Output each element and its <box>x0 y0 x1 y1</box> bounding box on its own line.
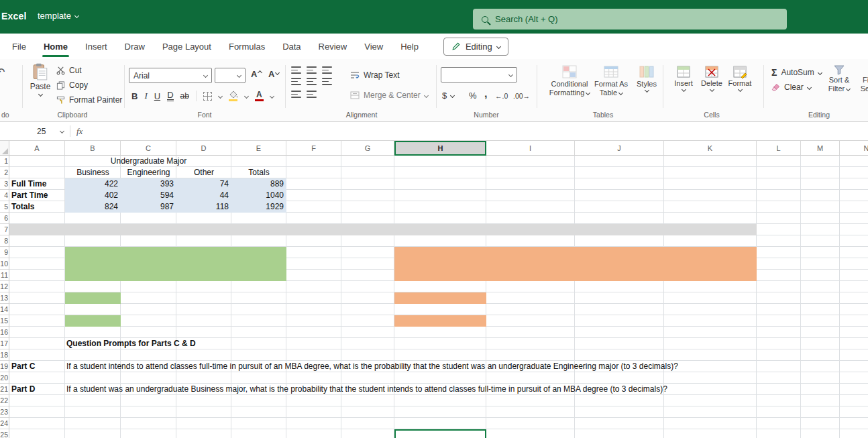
align-top-button[interactable] <box>291 66 301 74</box>
sheet-cell[interactable]: 393 <box>121 178 174 190</box>
underline-button[interactable]: U <box>154 91 160 101</box>
row-header-12[interactable]: 12 <box>0 281 9 292</box>
delete-cells-button[interactable]: Delete <box>698 64 725 91</box>
cell-part-c-text[interactable]: If a student intends to attend classes f… <box>66 361 678 372</box>
strikethrough-button[interactable]: ab <box>180 91 189 101</box>
column-header-N[interactable]: N <box>840 141 868 156</box>
tab-home[interactable]: Home <box>35 34 76 59</box>
sheet-cell[interactable]: Totals <box>11 201 34 213</box>
row-header-4[interactable]: 4 <box>0 190 9 201</box>
row-header-6[interactable]: 6 <box>0 213 9 224</box>
decrease-indent-button[interactable] <box>291 91 301 98</box>
row-header-13[interactable]: 13 <box>0 292 9 304</box>
cell-table-title[interactable]: Undergraduate Major <box>65 156 232 167</box>
search-input[interactable]: Search (Alt + Q) <box>473 9 787 30</box>
paste-button[interactable]: Paste <box>25 63 55 96</box>
align-middle-button[interactable] <box>307 66 317 74</box>
tab-page-layout[interactable]: Page Layout <box>154 34 220 59</box>
sheet-cell[interactable]: 824 <box>65 201 118 213</box>
align-bottom-button[interactable] <box>322 66 332 74</box>
row-header-5[interactable]: 5 <box>0 201 9 213</box>
editing-mode-button[interactable]: Editing <box>443 38 508 56</box>
file-name-menu[interactable]: template <box>38 11 78 21</box>
bold-button[interactable]: B <box>131 91 138 101</box>
font-name-select[interactable]: Arial <box>129 68 212 83</box>
decrease-font-size-button[interactable]: A <box>268 69 279 79</box>
wrap-text-button[interactable]: Wrap Text <box>350 69 400 81</box>
align-right-button[interactable] <box>322 78 332 85</box>
sheet-cell[interactable]: 74 <box>176 178 229 190</box>
sheet-cell[interactable]: Engineering <box>121 167 176 178</box>
row-header-17[interactable]: 17 <box>0 338 9 349</box>
tab-insert[interactable]: Insert <box>76 34 116 59</box>
row-header-7[interactable]: 7 <box>0 224 9 235</box>
column-header-A[interactable]: A <box>9 141 65 156</box>
sheet-cell[interactable]: 1929 <box>231 201 284 213</box>
column-header-G[interactable]: G <box>341 141 394 156</box>
formula-input[interactable] <box>94 123 865 138</box>
row-header-22[interactable]: 22 <box>0 395 9 406</box>
align-center-button[interactable] <box>307 78 317 85</box>
column-header-K[interactable]: K <box>664 141 757 156</box>
cell-prompts-heading[interactable]: Question Prompts for Parts C & D <box>66 338 196 349</box>
row-header-9[interactable]: 9 <box>0 247 9 258</box>
row-header-24[interactable]: 24 <box>0 418 9 429</box>
increase-decimal-button[interactable]: ←.0 <box>495 90 508 102</box>
tab-data[interactable]: Data <box>274 34 309 59</box>
sheet-cell[interactable]: 1040 <box>231 190 284 201</box>
number-format-select[interactable] <box>441 67 517 83</box>
row-header-1[interactable]: 1 <box>0 156 9 167</box>
sheet-cell[interactable]: 422 <box>65 178 118 190</box>
row-header-14[interactable]: 14 <box>0 304 9 315</box>
insert-function-button[interactable]: fx <box>76 126 83 137</box>
borders-button[interactable] <box>203 92 212 101</box>
row-header-19[interactable]: 19 <box>0 361 9 372</box>
row-header-3[interactable]: 3 <box>0 178 9 190</box>
italic-button[interactable]: I <box>144 91 147 101</box>
sheet-cell[interactable]: Other <box>176 167 231 178</box>
column-header-H[interactable]: H <box>394 141 486 156</box>
column-header-J[interactable]: J <box>575 141 664 156</box>
cell-part-d-label[interactable]: Part D <box>11 384 35 395</box>
increase-font-size-button[interactable]: A <box>251 69 262 79</box>
undo-icon[interactable]: ↶ <box>0 66 5 78</box>
format-painter-button[interactable]: Format Painter <box>56 94 122 106</box>
row-header-10[interactable]: 10 <box>0 258 9 270</box>
tab-draw[interactable]: Draw <box>116 34 154 59</box>
row-header-21[interactable]: 21 <box>0 384 9 395</box>
column-header-L[interactable]: L <box>757 141 801 156</box>
cell-part-d-text[interactable]: If a student was an undergraduate Busine… <box>66 384 667 395</box>
sort-filter-button[interactable]: Sort & Filter <box>822 64 856 93</box>
sheet-cell[interactable]: 889 <box>231 178 284 190</box>
row-header-2[interactable]: 2 <box>0 167 9 178</box>
row-header-20[interactable]: 20 <box>0 372 9 384</box>
clear-button[interactable]: Clear <box>771 81 811 93</box>
column-header-E[interactable]: E <box>231 141 286 156</box>
cells-area[interactable]: Undergraduate Major Question Prompts for… <box>9 156 868 438</box>
tab-review[interactable]: Review <box>310 34 356 59</box>
row-header-8[interactable]: 8 <box>0 235 9 247</box>
row-header-18[interactable]: 18 <box>0 349 9 361</box>
tab-formulas[interactable]: Formulas <box>220 34 274 59</box>
sheet-cell[interactable]: 44 <box>176 190 229 201</box>
name-box[interactable]: 25 <box>37 127 46 136</box>
tab-file[interactable]: File <box>3 34 35 59</box>
font-color-button[interactable]: A <box>255 91 264 101</box>
format-cells-button[interactable]: Format <box>726 64 753 91</box>
format-as-table-button[interactable]: Format As Table <box>592 64 631 97</box>
decrease-decimal-button[interactable]: .00→ <box>513 90 530 102</box>
column-header-I[interactable]: I <box>486 141 575 156</box>
find-select-button[interactable]: Find & Select <box>853 64 868 93</box>
sheet-cell[interactable]: 594 <box>121 190 174 201</box>
cut-button[interactable]: Cut <box>56 64 82 76</box>
sheet-cell[interactable]: 402 <box>65 190 118 201</box>
sheet-cell[interactable]: Totals <box>231 167 286 178</box>
cell-styles-button[interactable]: Styles <box>632 64 661 92</box>
column-header-F[interactable]: F <box>286 141 341 156</box>
increase-indent-button[interactable] <box>307 91 317 98</box>
conditional-formatting-button[interactable]: Conditional Formatting <box>549 64 590 97</box>
insert-cells-button[interactable]: Insert <box>670 64 697 91</box>
merge-center-button[interactable]: Merge & Center <box>350 89 428 101</box>
sheet-cell[interactable]: Business <box>65 167 121 178</box>
align-left-button[interactable] <box>291 78 301 85</box>
